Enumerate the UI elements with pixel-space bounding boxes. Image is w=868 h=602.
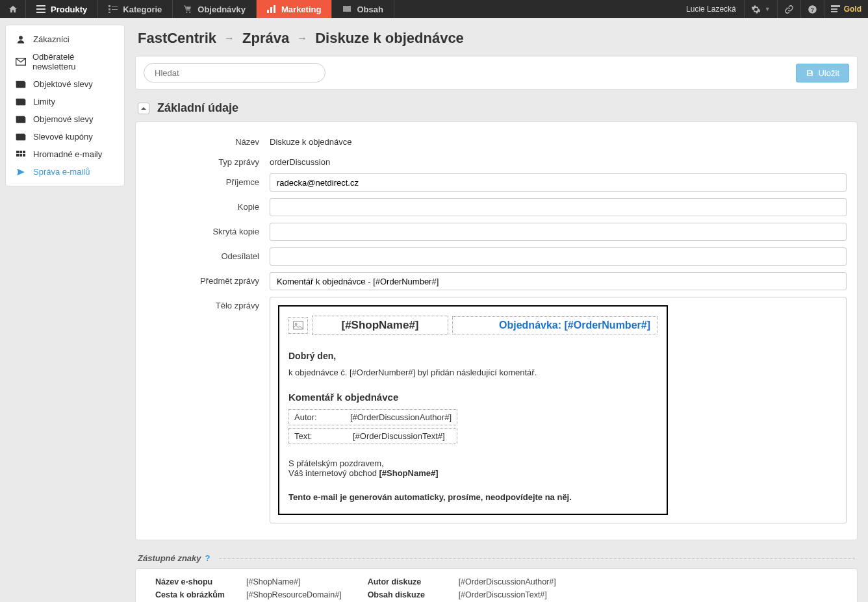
- label-predmet: Předmět zprávy: [146, 272, 270, 286]
- help-button[interactable]: ?: [800, 0, 824, 18]
- svg-rect-34: [294, 321, 303, 329]
- svg-point-9: [189, 11, 190, 12]
- sidebar-item-label: Zákazníci: [33, 34, 70, 44]
- save-button[interactable]: Uložit: [796, 64, 849, 82]
- chevron-down-icon: ▼: [765, 6, 771, 12]
- svg-rect-21: [16, 81, 25, 82]
- input-prijemce[interactable]: [270, 173, 847, 192]
- body-editor[interactable]: [#ShopName#] Objednávka: [#OrderNumber#]…: [270, 297, 847, 523]
- email-comment-header: Komentář k objednávce: [288, 392, 657, 403]
- svg-rect-12: [274, 5, 275, 13]
- email-intro: k objednávce č. [#OrderNumber#] byl přid…: [288, 368, 657, 377]
- svg-rect-30: [23, 151, 25, 153]
- sidebar-item-newsletter[interactable]: Odběratelé newsletteru: [6, 48, 124, 75]
- sidebar-item-limity[interactable]: Limity: [6, 93, 124, 110]
- breadcrumb: FastCentrik → Zpráva → Diskuze k objedná…: [135, 26, 858, 56]
- svg-rect-31: [16, 154, 19, 157]
- ph-label: Obsah diskuze: [368, 588, 459, 601]
- svg-rect-1: [36, 8, 45, 10]
- arrow-icon: →: [224, 32, 235, 44]
- collapse-toggle[interactable]: [138, 103, 149, 114]
- label-kopie: Kopie: [146, 198, 270, 212]
- svg-rect-10: [267, 10, 269, 13]
- sidebar-item-objemove-slevy[interactable]: Objemové slevy: [6, 110, 124, 128]
- link-button[interactable]: [777, 0, 800, 18]
- divider: [219, 558, 855, 558]
- wallet-icon: [15, 80, 27, 89]
- plan-badge[interactable]: Gold: [824, 0, 868, 18]
- input-odesilatel[interactable]: [270, 247, 847, 266]
- chevron-up-icon: [140, 106, 147, 111]
- nav-label: Obsah: [357, 5, 383, 14]
- ph-value: [#ShopResourceDomain#]: [246, 588, 342, 601]
- placeholders-grid: Název e-shopu Cesta k obrázkům Číslo obj…: [135, 568, 858, 602]
- svg-rect-25: [16, 116, 25, 118]
- section-title: Základní údaje: [157, 101, 238, 115]
- mail-icon: [15, 57, 26, 66]
- sidebar-item-kupony[interactable]: Slevové kupóny: [6, 128, 124, 145]
- save-label: Uložit: [818, 68, 839, 78]
- cart-icon: [183, 5, 192, 14]
- toolbar: Uložit: [135, 56, 858, 90]
- svg-rect-17: [831, 11, 837, 12]
- svg-point-18: [19, 36, 23, 40]
- wallet-icon: [15, 97, 27, 107]
- nav-label: Objednávky: [198, 5, 246, 14]
- sidebar-item-sprava-emailu[interactable]: Správa e-mailů: [6, 163, 124, 181]
- main: FastCentrik → Zpráva → Diskuze k objedná…: [130, 18, 868, 602]
- ph-label: Název e-shopu: [155, 575, 246, 588]
- label-typ: Typ zprávy: [146, 153, 270, 167]
- svg-rect-33: [23, 154, 25, 157]
- user-name[interactable]: Lucie Lazecká: [678, 5, 744, 14]
- placeholders-col-1: Název e-shopu Cesta k obrázkům Číslo obj…: [155, 575, 342, 602]
- sidebar-item-label: Objemové slevy: [33, 114, 93, 124]
- label-odesilatel: Odesílatel: [146, 247, 270, 261]
- ph-value: [#OrderDiscussionText#]: [459, 588, 556, 601]
- nav-obsah[interactable]: Obsah: [332, 0, 394, 18]
- wallet-icon: [15, 132, 27, 142]
- email-shopname: [#ShopName#]: [312, 316, 448, 335]
- breadcrumb-seg[interactable]: FastCentrik: [138, 30, 216, 47]
- nav-produkty[interactable]: Produkty: [26, 0, 98, 18]
- email-order-header: Objednávka: [#OrderNumber#]: [452, 316, 657, 334]
- sidebar-item-hromadne-emaily[interactable]: Hromadné e-maily: [6, 145, 124, 163]
- sidebar-item-objektove-slevy[interactable]: Objektové slevy: [6, 75, 124, 93]
- svg-rect-7: [108, 12, 110, 13]
- input-predmet[interactable]: [270, 272, 847, 290]
- svg-rect-26: [16, 134, 26, 140]
- svg-rect-0: [36, 5, 45, 6]
- topbar: Produkty Kategorie Objednávky Marketing …: [0, 0, 868, 18]
- svg-rect-32: [19, 154, 22, 157]
- breadcrumb-seg[interactable]: Zpráva: [242, 30, 289, 47]
- ph-value: [#OrderDiscussionAuthor#]: [459, 575, 556, 588]
- placeholders-help[interactable]: ?: [205, 553, 211, 563]
- wallet-icon: [15, 115, 27, 124]
- email-disclaimer: Tento e-mail je generován automaticky, p…: [288, 492, 657, 502]
- svg-rect-22: [16, 99, 26, 105]
- plan-label: Gold: [844, 5, 862, 14]
- sidebar-item-zakaznici[interactable]: Zákazníci: [6, 31, 124, 48]
- value-nazev: Diskuze k objednávce: [270, 133, 847, 147]
- settings-button[interactable]: ▼: [744, 0, 777, 18]
- home-button[interactable]: [0, 0, 26, 18]
- nav-marketing[interactable]: Marketing: [257, 0, 332, 18]
- book-icon: [342, 5, 351, 14]
- sidebar-item-label: Limity: [33, 97, 55, 107]
- grid-icon: [36, 5, 45, 14]
- section-header: Základní údaje: [135, 90, 858, 121]
- ph-label: Autor diskuze: [368, 575, 459, 588]
- nav-objednavky[interactable]: Objednávky: [173, 0, 257, 18]
- svg-rect-15: [831, 5, 840, 7]
- sidebar-item-label: Správa e-mailů: [33, 167, 90, 177]
- email-author-row: Autor: [#OrderDiscussionAuthor#]: [288, 409, 457, 425]
- nav-kategorie[interactable]: Kategorie: [98, 0, 173, 18]
- search-input[interactable]: [144, 63, 326, 82]
- email-greeting: Dobrý den,: [288, 351, 657, 361]
- input-skryta-kopie[interactable]: [270, 223, 847, 241]
- nav-label: Marketing: [281, 5, 321, 14]
- plan-icon: [831, 5, 840, 13]
- input-kopie[interactable]: [270, 198, 847, 216]
- nav-label: Produkty: [51, 5, 87, 14]
- home-icon: [8, 5, 18, 14]
- placeholders-col-2: Autor diskuze Obsah diskuze Odkaz na obj…: [368, 575, 556, 602]
